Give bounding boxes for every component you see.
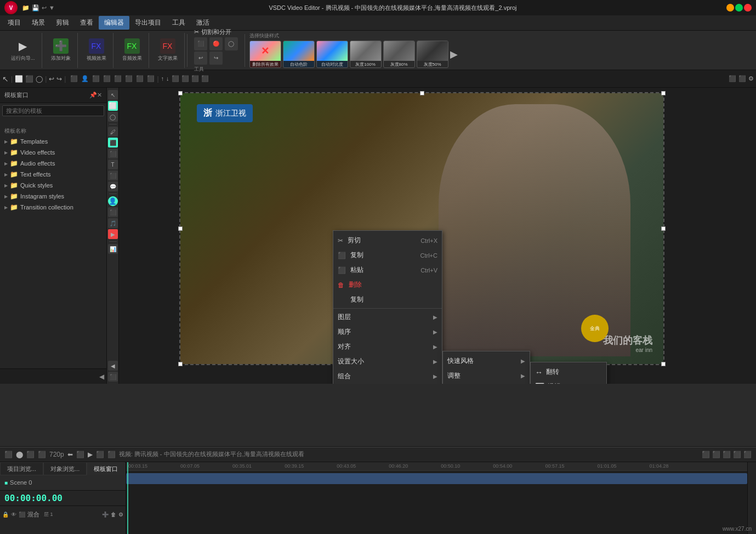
vert-btn-3[interactable]: ◯ xyxy=(108,112,118,122)
sec-tool-btn6[interactable]: ⬛ xyxy=(125,75,133,82)
vert-select-btn[interactable]: ↖ xyxy=(108,90,118,100)
select-tool[interactable]: ↖ xyxy=(2,75,9,83)
sub1-quick-style[interactable]: 快速风格 ▶ xyxy=(443,354,530,368)
tool-4[interactable]: ◯ xyxy=(36,75,43,83)
add-layer-btn[interactable]: ➕ xyxy=(102,512,109,518)
tree-item-templates[interactable]: ▶ 📁 Templates xyxy=(0,136,106,147)
sec-tool-btn7[interactable]: ⬛ xyxy=(136,75,144,82)
close-panel-icon[interactable]: ✕ xyxy=(97,92,102,99)
effect-gray-50[interactable]: 灰度50% xyxy=(417,41,448,68)
ctx-copy[interactable]: ⬛复制 Ctrl+C xyxy=(333,248,442,263)
tool-6[interactable]: ↪ xyxy=(56,75,62,83)
menu-edit[interactable]: 剪辑 xyxy=(50,16,75,30)
cut-tool-btn4[interactable]: ↩ xyxy=(194,52,207,65)
audio-effects-button[interactable]: FX 音频效果 xyxy=(120,37,144,63)
align-btn5[interactable]: ⬛ xyxy=(191,75,199,82)
tl-right-btn-3[interactable]: ⬛ xyxy=(723,451,731,458)
align-btn6[interactable]: ⬛ xyxy=(201,75,209,82)
tree-item-audio-effects[interactable]: ▶ 📁 Audio effects xyxy=(0,158,106,169)
panel-collapse-btn[interactable]: ◀ xyxy=(99,373,104,380)
menu-view[interactable]: 查看 xyxy=(75,16,99,30)
vert-btn-6[interactable]: ⬛ xyxy=(108,149,118,158)
vert-btn-14[interactable]: ⬛ xyxy=(108,372,118,382)
effect-gray-100[interactable]: 灰度100% xyxy=(350,41,382,68)
video-effects-button[interactable]: FX 视频效果 xyxy=(84,37,109,63)
pin-icon[interactable]: 📌 xyxy=(89,92,97,99)
cut-tool-btn5[interactable]: ↪ xyxy=(209,52,223,65)
vert-btn-13[interactable]: 📊 xyxy=(108,244,118,254)
layer-vis-btn[interactable]: 👁 xyxy=(11,512,16,518)
vert-btn-11[interactable]: 🎵 xyxy=(108,218,118,228)
search-input[interactable] xyxy=(2,105,104,116)
cut-tool-btn2[interactable]: 🔴 xyxy=(209,37,223,50)
tl-btn-6[interactable]: ⬛ xyxy=(76,451,84,458)
tab-templates[interactable]: 模板窗口 xyxy=(87,462,125,475)
align-btn2[interactable]: ↓ xyxy=(166,75,169,82)
vert-btn-8[interactable]: ⬛ xyxy=(108,171,118,180)
sec-tool-btn4[interactable]: ⬛ xyxy=(103,75,111,82)
layer-settings-btn[interactable]: ⚙ xyxy=(118,512,123,518)
tab-project[interactable]: 项目浏览... xyxy=(0,462,43,475)
effect-auto-levels[interactable]: 自动色阶 xyxy=(283,41,315,68)
ctx-order[interactable]: 顺序 ▶ xyxy=(333,325,442,339)
sub1-adjust[interactable]: 调整 ▶ xyxy=(443,368,530,383)
settings-btn[interactable]: ⚙ xyxy=(748,75,754,82)
effect-delete-all[interactable]: ✕ 删除所有效果 xyxy=(249,41,281,68)
effect-auto-contrast[interactable]: 自动对比度 xyxy=(316,41,348,68)
menu-scene[interactable]: 场景 xyxy=(26,16,50,30)
menu-tools[interactable]: 工具 xyxy=(167,16,191,30)
tl-btn-7[interactable]: ▶ xyxy=(88,451,93,458)
sub1-filter[interactable]: 滤镜 ▶ xyxy=(443,383,530,384)
menu-project[interactable]: 项目 xyxy=(2,16,26,30)
sec-tool-btn5[interactable]: ⬛ xyxy=(114,75,122,82)
more-effects-button[interactable]: ▶ xyxy=(450,41,458,68)
text-effects-button[interactable]: FX 文字效果 xyxy=(156,37,180,63)
tree-item-quick-styles[interactable]: ▶ 📁 Quick styles xyxy=(0,180,106,191)
vert-btn-7[interactable]: T xyxy=(108,160,118,169)
tl-right-btn-1[interactable]: ⬛ xyxy=(702,451,710,458)
tl-btn-8[interactable]: ⬛ xyxy=(96,451,104,458)
ctx-paste[interactable]: ⬛粘贴 Ctrl+V xyxy=(333,263,442,277)
snap-btn[interactable]: ⬛ xyxy=(729,75,736,82)
maximize-button[interactable] xyxy=(735,4,743,12)
del-layer-btn[interactable]: 🗑 xyxy=(111,512,116,518)
tl-btn-3[interactable]: ⬛ xyxy=(26,451,35,458)
cut-tool-btn3[interactable]: ◯ xyxy=(225,37,238,50)
tab-objects[interactable]: 对象浏览... xyxy=(43,462,87,475)
add-object-button[interactable]: ➕ 添加对象 xyxy=(49,37,73,63)
vert-btn-5[interactable]: ⬛ xyxy=(108,138,118,147)
effect-gray-80[interactable]: 灰度80% xyxy=(383,41,415,68)
record-btn[interactable]: ⬛ xyxy=(738,75,746,82)
tl-right-btn-2[interactable]: ⬛ xyxy=(712,451,720,458)
tl-btn-1[interactable]: ⬛ xyxy=(4,451,13,458)
ctx-group[interactable]: 组合 ▶ xyxy=(333,369,442,384)
tree-item-text-effects[interactable]: ▶ 📁 Text effects xyxy=(0,169,106,180)
menu-export[interactable]: 导出项目 xyxy=(129,16,167,30)
tl-btn-5[interactable]: ⬅ xyxy=(67,451,73,458)
track-block-1[interactable] xyxy=(126,473,747,484)
align-btn3[interactable]: ⬛ xyxy=(172,75,179,82)
run-wizard-button[interactable]: ▶ 运行向导... xyxy=(9,37,37,63)
ctx-delete[interactable]: 🗑删除 xyxy=(333,277,442,292)
minimize-button[interactable] xyxy=(726,4,734,12)
ctx-size[interactable]: 设置大小 ▶ xyxy=(333,354,442,369)
tl-btn-2[interactable]: ⬤ xyxy=(16,451,23,458)
tl-btn-9[interactable]: ⬛ xyxy=(107,451,116,458)
ctx-duplicate[interactable]: ⬛复制 xyxy=(333,292,442,307)
tree-item-video-effects[interactable]: ▶ 📁 Video effects xyxy=(0,147,106,158)
tl-right-btn-5[interactable]: ⬛ xyxy=(743,451,752,458)
tl-right-btn-4[interactable]: ⬛ xyxy=(733,451,741,458)
menu-editor[interactable]: 编辑器 xyxy=(99,16,129,30)
cut-tool-btn[interactable]: ⬛ xyxy=(194,37,207,50)
tool-3[interactable]: ⬛ xyxy=(25,75,33,83)
vert-scroll-btn[interactable]: ◀ xyxy=(108,361,118,371)
tool-5[interactable]: ↩ xyxy=(49,75,54,83)
sec-tool-btn8[interactable]: ⬛ xyxy=(147,75,155,82)
align-btn[interactable]: ↑ xyxy=(161,75,164,82)
tl-btn-4[interactable]: ⬛ xyxy=(38,451,46,458)
tree-item-transition[interactable]: ▶ 📁 Transition collection xyxy=(0,202,106,213)
sec-tool-btn3[interactable]: ⬛ xyxy=(92,75,100,82)
vert-active-btn[interactable]: ⬜ xyxy=(108,101,118,111)
sec-tool-btn[interactable]: ⬛ xyxy=(70,75,78,82)
ctx-layer[interactable]: 图层 ▶ xyxy=(333,310,442,325)
